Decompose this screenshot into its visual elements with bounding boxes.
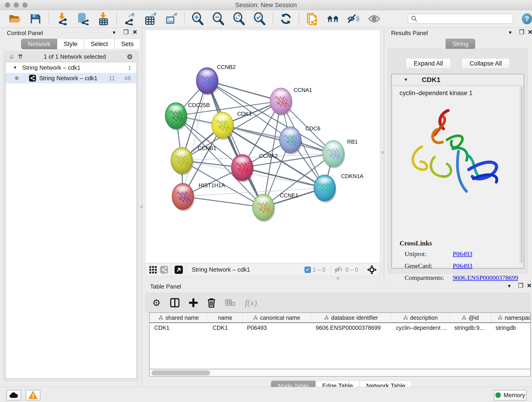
tab-style[interactable]: Style bbox=[57, 39, 84, 49]
function-builder-icon[interactable]: f(x) bbox=[245, 298, 257, 308]
section-expander-icon[interactable]: ▼ bbox=[404, 77, 408, 82]
table-cell[interactable]: CDK1 bbox=[150, 323, 208, 332]
tab-network[interactable]: Network bbox=[21, 39, 57, 49]
panel-close-icon[interactable]: ✕ bbox=[527, 282, 532, 289]
panel-close-icon[interactable]: ✕ bbox=[133, 29, 138, 36]
panel-menu-icon[interactable]: ▼ bbox=[508, 30, 513, 35]
column-header-name[interactable]: name bbox=[208, 313, 242, 322]
collapse-all-networks-icon[interactable]: ⇊ bbox=[9, 53, 14, 60]
node-RB1[interactable] bbox=[323, 140, 345, 168]
memory-button[interactable]: Memory bbox=[494, 390, 526, 400]
tab-string[interactable]: String bbox=[446, 39, 475, 49]
create-column-icon[interactable] bbox=[189, 298, 198, 307]
import-network-file-icon[interactable] bbox=[56, 13, 68, 25]
show-eye-icon[interactable] bbox=[368, 13, 380, 25]
zoom-selected-icon[interactable] bbox=[253, 13, 266, 25]
panel-menu-icon[interactable]: ▼ bbox=[507, 283, 512, 289]
tab-sets[interactable]: Sets bbox=[114, 39, 140, 49]
node-CCNB2[interactable] bbox=[196, 68, 219, 95]
table-horizontal-scrollbar[interactable] bbox=[149, 369, 531, 376]
splitter-handle[interactable] bbox=[336, 277, 339, 280]
expand-all-button[interactable]: Expand All bbox=[406, 58, 451, 69]
node-CDK1[interactable] bbox=[212, 112, 234, 140]
network-collection-row[interactable]: ▼ String Network – cdk1 1 bbox=[6, 62, 136, 73]
column-type-icon bbox=[498, 315, 502, 320]
panel-float-icon[interactable]: ❒ bbox=[123, 29, 128, 36]
export-table-icon[interactable] bbox=[144, 13, 157, 25]
node-CCNA2[interactable] bbox=[231, 154, 254, 182]
column-header-canonicalname[interactable]: canonical name bbox=[242, 313, 311, 322]
node-HIST1H1A[interactable] bbox=[172, 183, 195, 211]
node-CCNA1[interactable] bbox=[270, 88, 293, 116]
panel-close-icon[interactable]: ✕ bbox=[528, 29, 532, 36]
export-image-icon[interactable] bbox=[165, 13, 177, 25]
node-CCNE1[interactable] bbox=[253, 194, 275, 222]
birds-eye-toggle-icon[interactable] bbox=[367, 265, 377, 274]
network-row[interactable]: String Network – cdk1 11 48 bbox=[6, 73, 136, 83]
node-CDC6[interactable] bbox=[279, 127, 302, 154]
cloud-button[interactable] bbox=[6, 390, 21, 400]
node-label-CCNB2: CCNB2 bbox=[217, 64, 235, 70]
results-scrollbar[interactable] bbox=[520, 86, 523, 267]
import-table-file-icon[interactable] bbox=[97, 13, 109, 25]
search-box[interactable] bbox=[408, 14, 513, 24]
node-label-CCNA1: CCNA1 bbox=[293, 87, 312, 93]
expand-all-networks-icon[interactable]: ⇈ bbox=[18, 53, 23, 60]
selected-nodes-checkbox[interactable]: ✓ bbox=[304, 267, 311, 273]
edge-CCNB2-HIST1H1A[interactable] bbox=[183, 81, 207, 196]
warnings-button[interactable] bbox=[26, 390, 40, 400]
detach-view-icon[interactable] bbox=[175, 266, 183, 274]
save-session-icon[interactable] bbox=[29, 13, 42, 25]
node-CDKN1A[interactable] bbox=[314, 175, 336, 203]
search-input[interactable] bbox=[418, 16, 510, 22]
network-options-gear-icon[interactable]: ⚙ bbox=[127, 53, 133, 61]
node-section-header[interactable]: ▼ CDK1 bbox=[392, 74, 524, 85]
crosslink-link[interactable]: P06493 bbox=[453, 262, 472, 269]
table-cell[interactable]: CDK1 bbox=[208, 323, 242, 332]
column-header-sharedname[interactable]: shared name bbox=[150, 313, 208, 322]
table-cell[interactable]: 9606.ENSP00000378699 bbox=[311, 323, 391, 332]
zoom-in-icon[interactable] bbox=[191, 13, 204, 25]
collapse-all-button[interactable]: Collapse All bbox=[462, 58, 510, 69]
export-network-icon[interactable] bbox=[124, 13, 136, 25]
network-selection-status: 1 of 1 Network selected bbox=[23, 53, 127, 60]
column-header-namespace[interactable]: namespace bbox=[491, 313, 531, 322]
panel-float-icon[interactable]: ❒ bbox=[519, 29, 524, 36]
node-CCNB1[interactable] bbox=[171, 147, 193, 175]
node-table[interactable]: shared namenamecanonical namedatabase id… bbox=[149, 313, 531, 369]
column-header-id[interactable]: @id bbox=[450, 313, 491, 322]
tree-expander-icon[interactable]: ▼ bbox=[13, 65, 17, 70]
delete-column-icon[interactable] bbox=[207, 298, 215, 307]
show-columns-icon[interactable] bbox=[170, 298, 179, 307]
control-panel: Control Panel ▼ ❒ ✕ NetworkStyleSelectSe… bbox=[0, 28, 142, 387]
table-cell[interactable]: stringdb bbox=[491, 323, 531, 332]
column-header-description[interactable]: description bbox=[391, 313, 450, 322]
table-cell[interactable]: P06493 bbox=[242, 323, 311, 332]
column-type-icon bbox=[324, 315, 329, 320]
panel-float-icon[interactable]: ❒ bbox=[518, 282, 523, 289]
delete-table-icon[interactable] bbox=[225, 299, 235, 307]
import-network-database-icon[interactable] bbox=[76, 13, 89, 25]
table-options-gear-icon[interactable]: ⚙ bbox=[152, 298, 161, 308]
table-cell[interactable]: cyclin–dependent ... bbox=[391, 323, 450, 332]
refresh-icon[interactable] bbox=[280, 13, 292, 25]
table-row[interactable]: CDK1CDK1P064939606.ENSP00000378699cyclin… bbox=[150, 323, 530, 332]
table-cell[interactable]: stringdb:9... bbox=[450, 323, 491, 332]
crosslink-link[interactable]: P06493 bbox=[453, 250, 472, 258]
duplicate-network-icon[interactable] bbox=[306, 13, 318, 25]
hide-selected-icon[interactable] bbox=[347, 13, 360, 25]
first-neighbors-icon[interactable] bbox=[327, 13, 339, 25]
panel-menu-icon[interactable]: ▼ bbox=[112, 30, 116, 35]
open-session-icon[interactable] bbox=[9, 13, 21, 25]
column-header-databaseidentifier[interactable]: database identifier bbox=[311, 313, 391, 322]
help-button[interactable]: ? bbox=[522, 13, 532, 24]
tab-select[interactable]: Select bbox=[84, 39, 114, 49]
zoom-out-icon[interactable] bbox=[212, 13, 225, 25]
edge-HIST1H1A-CCNE1[interactable] bbox=[183, 196, 263, 207]
splitter-handle[interactable] bbox=[140, 206, 143, 208]
network-canvas[interactable]: CCNB2CCNA1CDC25BCDK1CDC6RB1CCNB1CCNA2CDK… bbox=[145, 30, 380, 263]
zoom-fit-icon[interactable] bbox=[233, 13, 245, 25]
network-thumbnail-icon[interactable] bbox=[160, 266, 168, 274]
grid-view-icon[interactable] bbox=[149, 266, 157, 274]
crosslink-link[interactable]: 9606.ENSP00000378699 bbox=[453, 274, 518, 281]
